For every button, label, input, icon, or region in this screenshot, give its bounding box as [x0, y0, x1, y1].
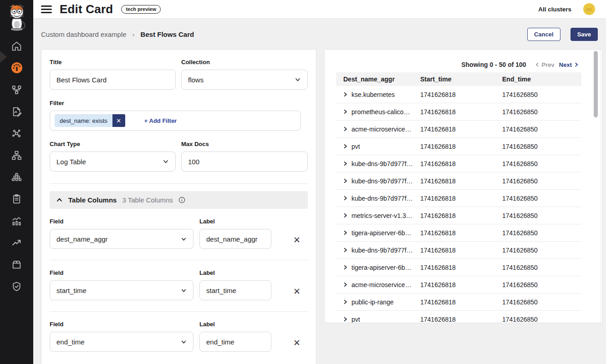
top-bar: Edit Card tech preview All clusters cc — [33, 0, 606, 19]
field-select[interactable]: end_time — [50, 332, 194, 352]
row-expand-icon[interactable] — [342, 91, 348, 97]
dest-name-cell: acme-microservice… — [336, 281, 420, 288]
remove-column-button[interactable]: ✕ — [293, 236, 300, 244]
end-time-cell: 1741626850 — [502, 108, 581, 116]
title-input[interactable] — [50, 70, 176, 90]
sidebar-item-home[interactable] — [0, 35, 33, 57]
row-expand-icon[interactable] — [342, 247, 348, 253]
dest-name-cell: prometheus-calico… — [336, 108, 420, 116]
breadcrumb-parent[interactable]: Custom dashboard example — [41, 30, 127, 38]
sidebar-item-sitemap[interactable] — [0, 144, 33, 166]
row-expand-icon[interactable] — [342, 316, 348, 322]
sidebar-item-dashboards[interactable] — [0, 57, 33, 79]
chevron-down-icon — [163, 158, 169, 165]
row-expand-icon[interactable] — [342, 212, 348, 218]
sidebar-item-topology[interactable] — [0, 79, 33, 101]
start-time-cell: 1741626818 — [420, 247, 502, 254]
sidebar-item-trends[interactable] — [0, 232, 33, 253]
scrollbar-thumb[interactable] — [594, 51, 598, 117]
table-row: kube-dns-9b7d977f…17416268181741626850 — [336, 155, 581, 172]
add-filter-button[interactable]: + Add Filter — [144, 117, 177, 124]
sitemap-icon — [11, 150, 22, 161]
max-docs-input[interactable] — [181, 152, 308, 172]
row-expand-icon[interactable] — [342, 126, 348, 132]
dest-name-cell: acme-microservice… — [336, 126, 420, 133]
calico-cat-logo[interactable] — [0, 0, 33, 31]
report-edit-icon — [11, 106, 22, 117]
start-time-cell: 1741626818 — [420, 143, 502, 150]
next-page-button[interactable]: Next — [559, 61, 579, 68]
start-time-cell: 1741626818 — [420, 229, 502, 237]
menu-icon[interactable] — [41, 5, 52, 13]
remove-column-button[interactable]: ✕ — [293, 339, 300, 347]
max-docs-label: Max Docs — [181, 141, 308, 147]
cancel-button[interactable]: Cancel — [527, 28, 560, 41]
end-time-cell: 1741626850 — [502, 281, 581, 288]
start-time-cell: 1741626818 — [420, 160, 502, 167]
collection-select[interactable]: flows — [181, 70, 308, 90]
row-expand-icon[interactable] — [342, 282, 348, 288]
start-time-cell: 1741626818 — [420, 108, 502, 116]
sidebar-item-compliance[interactable] — [0, 188, 33, 210]
table-columns-count: 3 Table Columns — [122, 196, 173, 204]
table-row: acme-microservice…17416268181741626850 — [336, 276, 581, 293]
sidebar-item-reports[interactable] — [0, 101, 33, 122]
row-expand-icon[interactable] — [342, 143, 348, 149]
prev-page-button[interactable]: Prev — [535, 61, 555, 68]
table-row: public-ip-range17416268181741626850 — [336, 293, 581, 311]
row-expand-icon[interactable] — [342, 178, 348, 184]
pagination-status: Showing 0 - 50 of 100 — [461, 61, 526, 68]
sidebar-item-packages[interactable] — [0, 253, 33, 275]
row-expand-icon[interactable] — [342, 109, 348, 115]
row-expand-icon[interactable] — [342, 299, 348, 305]
label-input[interactable] — [199, 229, 271, 249]
label-input[interactable] — [199, 332, 271, 352]
sidebar-item-service-graph[interactable] — [0, 122, 33, 144]
start-time-cell: 1741626818 — [420, 126, 502, 133]
dest-name-cell: tigera-apiserver-6b… — [336, 264, 420, 271]
chevron-down-icon — [181, 288, 187, 293]
remove-column-button[interactable]: ✕ — [293, 287, 300, 296]
filter-chip: dest_name: exists ✕ — [55, 114, 125, 127]
dest-name-cell: kube-dns-9b7d977f… — [336, 160, 420, 167]
sidebar-item-security[interactable] — [0, 275, 33, 297]
chevron-up-icon[interactable] — [56, 197, 63, 203]
filter-chip-label: dest_name: exists — [55, 114, 112, 127]
filter-chip-remove-icon[interactable]: ✕ — [112, 114, 125, 127]
row-expand-icon[interactable] — [342, 230, 348, 236]
table-row: pvt17416268181741626850 — [336, 311, 581, 323]
cluster-circles-icon — [11, 172, 22, 183]
table-column-editor-row: Field start_time Label ✕ — [50, 260, 308, 312]
sidebar-item-analytics[interactable] — [0, 210, 33, 232]
row-expand-icon[interactable] — [342, 195, 348, 201]
field-select[interactable]: start_time — [50, 280, 194, 300]
row-expand-icon[interactable] — [342, 161, 348, 167]
filter-box[interactable]: dest_name: exists ✕ + Add Filter — [50, 111, 301, 131]
end-time-cell: 1741626850 — [502, 229, 581, 237]
row-expand-icon[interactable] — [342, 264, 348, 270]
page-title: Edit Card — [60, 2, 113, 16]
chart-type-select[interactable]: Log Table — [50, 152, 176, 172]
save-button[interactable]: Save — [570, 28, 598, 41]
end-time-cell: 1741626850 — [502, 126, 581, 133]
service-graph-icon — [11, 128, 22, 139]
dest-name-cell: kube-dns-9b7d977f… — [336, 177, 420, 185]
chevron-right-icon — [574, 62, 579, 67]
label-input[interactable] — [199, 280, 271, 300]
table-columns-section-header[interactable]: Table Columns 3 Table Columns — [50, 191, 308, 209]
info-icon[interactable] — [178, 197, 185, 203]
start-time-cell: 1741626818 — [420, 195, 502, 202]
field-select[interactable]: dest_name_aggr — [50, 229, 194, 249]
table-row: tigera-apiserver-6b…17416268181741626850 — [336, 224, 581, 242]
trend-arrow-icon — [11, 237, 22, 248]
start-time-cell: 1741626818 — [420, 316, 502, 323]
topology-icon — [11, 84, 22, 96]
chevron-left-icon — [535, 62, 540, 67]
cluster-selector[interactable]: All clusters — [538, 6, 571, 13]
avatar[interactable]: cc — [583, 3, 595, 15]
column-header: End_time — [502, 76, 581, 83]
label-label: Label — [199, 321, 271, 328]
sidebar-item-clusters[interactable] — [0, 166, 33, 188]
label-label: Label — [199, 218, 271, 225]
end-time-cell: 1741626850 — [502, 177, 581, 185]
